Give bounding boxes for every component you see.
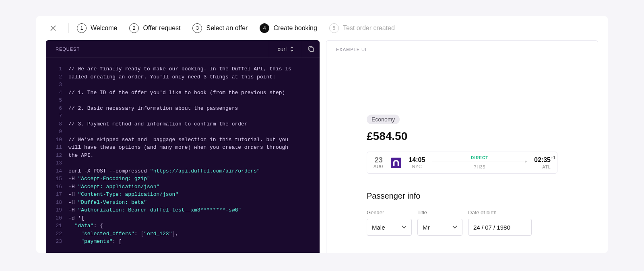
- code-panel: REQUEST curl 1// We are finally ready to…: [46, 40, 320, 253]
- arrival-location: ATL: [534, 165, 551, 169]
- line-content: // 2. Basic necessary information about …: [68, 105, 320, 113]
- price: £584.50: [367, 130, 557, 143]
- title-field: Title Mr: [417, 209, 462, 236]
- code-line: 2called creating an order. You'll only n…: [46, 73, 320, 81]
- line-content: the API.: [68, 152, 320, 160]
- close-button[interactable]: [46, 21, 60, 35]
- gender-select[interactable]: Male: [367, 219, 412, 236]
- code-line: 17-H "Content-Type: application/json": [46, 191, 320, 199]
- line-content: -H "Accept-Encoding: gzip": [68, 175, 320, 183]
- line-content: called creating an order. You'll only ne…: [68, 73, 320, 81]
- line-content: "data": {: [68, 222, 320, 230]
- line-number: 20: [46, 214, 68, 222]
- fare-class-badge: Economy: [367, 115, 400, 124]
- code-line: 3: [46, 81, 320, 89]
- code-line: 18-H "Duffel-Version: beta": [46, 199, 320, 207]
- departure-location: NYC: [409, 164, 425, 169]
- title-label: Title: [417, 209, 462, 216]
- step-4[interactable]: 4Create booking: [260, 23, 317, 33]
- code-line: 12the API.: [46, 152, 320, 160]
- line-number: 5: [46, 96, 68, 105]
- gender-value: Male: [372, 224, 385, 231]
- copy-button[interactable]: [302, 40, 320, 57]
- line-content: [68, 159, 320, 167]
- line-content: [68, 81, 320, 89]
- departure-time: 14:05 NYC: [409, 156, 425, 169]
- line-content: [68, 112, 320, 120]
- line-number: 18: [46, 199, 68, 207]
- arrival-time-value: 02:35: [534, 156, 551, 163]
- code-line: 22 "selected_offers": ["ord_123"],: [46, 230, 320, 238]
- chevron-down-icon: [452, 226, 457, 229]
- code-line: 16-H "Accept: application/json": [46, 183, 320, 191]
- line-number: 21: [46, 222, 68, 230]
- line-content: "payments": [: [68, 238, 320, 246]
- panels: REQUEST curl 1// We are finally ready to…: [46, 40, 598, 253]
- code-line: 23 "payments": [: [46, 238, 320, 246]
- line-number: 10: [46, 136, 68, 144]
- main-card: 1Welcome2Offer request3Select an offer4C…: [36, 16, 608, 253]
- code-line: 4// 1. The ID of the offer you'd like to…: [46, 89, 320, 97]
- line-number: 13: [46, 159, 68, 167]
- code-header: REQUEST curl: [46, 40, 320, 58]
- arrival-time: 02:35 +1 ATL: [534, 156, 551, 169]
- line-number: 12: [46, 152, 68, 160]
- step-label: Create booking: [273, 25, 317, 32]
- step-number: 3: [192, 23, 202, 33]
- line-content: -H "Accept: application/json": [68, 183, 320, 191]
- flight-line-icon: [432, 162, 527, 162]
- line-number: 7: [46, 112, 68, 120]
- line-number: 11: [46, 144, 68, 152]
- code-line: 10// We've skipped seat and baggage sele…: [46, 136, 320, 144]
- code-line: 1// We are finally ready to make our boo…: [46, 65, 320, 73]
- example-header: EXAMPLE UI: [326, 41, 598, 58]
- departure-time-value: 14:05: [409, 156, 425, 164]
- step-label: Welcome: [91, 25, 117, 32]
- code-line: 19-H "Authorization: Bearer duffel_test_…: [46, 206, 320, 214]
- dob-input[interactable]: 24 / 07 / 1980: [468, 219, 532, 236]
- example-body: Economy £584.50 23 AUG 14:05: [326, 58, 598, 236]
- dob-label: Date of birth: [468, 209, 532, 216]
- code-line: 8// 3. Payment method and information to…: [46, 120, 320, 128]
- duration-value: 7H35: [432, 165, 527, 169]
- flight-row: 23 AUG 14:05 NYC DIRECT: [367, 152, 557, 174]
- line-content: // 3. Payment method and information to …: [68, 120, 320, 128]
- line-number: 2: [46, 73, 68, 81]
- step-1[interactable]: 1Welcome: [77, 23, 117, 33]
- line-number: 17: [46, 191, 68, 199]
- step-label: Select an offer: [206, 25, 248, 32]
- stepper: 1Welcome2Offer request3Select an offer4C…: [46, 16, 598, 40]
- airline-logo: [391, 158, 401, 168]
- line-content: will have these options (and many more) …: [68, 144, 320, 152]
- step-2[interactable]: 2Offer request: [129, 23, 180, 33]
- line-number: 4: [46, 89, 68, 97]
- line-content: curl -X POST --compressed "https://api.d…: [68, 167, 320, 175]
- line-content: // We are finally ready to make our book…: [68, 65, 320, 73]
- line-number: 1: [46, 65, 68, 73]
- line-number: 15: [46, 175, 68, 183]
- code-line: 9: [46, 128, 320, 136]
- booking-card: Economy £584.50 23 AUG 14:05: [367, 115, 557, 236]
- flight-date-day: 23: [374, 156, 384, 164]
- code-line: 5: [46, 96, 320, 105]
- example-panel: EXAMPLE UI Economy £584.50 23 AUG: [326, 40, 598, 253]
- gender-label: Gender: [367, 209, 412, 216]
- title-value: Mr: [423, 224, 430, 231]
- line-content: -H "Content-Type: application/json": [68, 191, 320, 199]
- step-3[interactable]: 3Select an offer: [192, 23, 248, 33]
- line-number: 16: [46, 183, 68, 191]
- step-label: Test order created: [343, 25, 395, 32]
- chevron-up-down-icon: [290, 46, 294, 52]
- flight-duration: DIRECT 7H35: [432, 156, 527, 169]
- language-selector[interactable]: curl: [269, 40, 302, 57]
- line-content: [68, 128, 320, 136]
- code-body[interactable]: 1// We are finally ready to make our boo…: [46, 58, 320, 253]
- flight-date-month: AUG: [374, 164, 384, 169]
- chevron-down-icon: [402, 226, 407, 229]
- code-line: 14curl -X POST --compressed "https://api…: [46, 167, 320, 175]
- title-select[interactable]: Mr: [417, 219, 462, 236]
- line-number: 6: [46, 105, 68, 113]
- copy-icon: [308, 46, 314, 52]
- flight-date: 23 AUG: [374, 156, 384, 169]
- code-line: 6// 2. Basic necessary information about…: [46, 105, 320, 113]
